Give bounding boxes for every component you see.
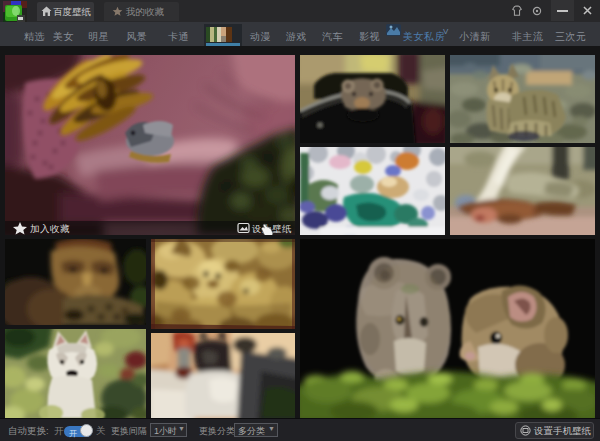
svg-text:加入收藏: 加入收藏 [30,223,70,234]
